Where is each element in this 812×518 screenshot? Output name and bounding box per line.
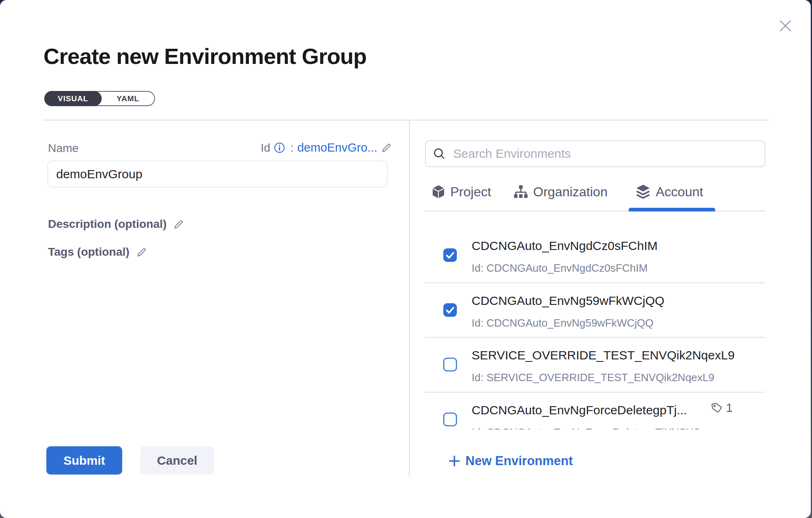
form-actions: Submit Cancel bbox=[46, 446, 214, 475]
cube-icon bbox=[432, 185, 445, 199]
tag-icon bbox=[710, 401, 724, 415]
submit-button[interactable]: Submit bbox=[46, 446, 122, 475]
tag-count-value: 1 bbox=[726, 401, 733, 415]
header-divider bbox=[43, 120, 769, 120]
environment-row[interactable]: CDCNGAuto_EnvNg59wFkWCjQQ Id: CDCNGAuto_… bbox=[425, 283, 765, 338]
environment-id: Id: CDCNGAuto_EnvNgForceDeletegpTjYNSYS bbox=[472, 426, 700, 430]
tag-count: 1 bbox=[711, 401, 733, 415]
edit-tags-icon[interactable] bbox=[136, 247, 147, 258]
entity-id-line: Id : demoEnvGro... bbox=[48, 141, 392, 154]
description-section: Description (optional) bbox=[48, 218, 184, 231]
id-label: Id bbox=[261, 141, 270, 154]
toggle-yaml[interactable]: YAML bbox=[102, 92, 154, 105]
environment-id: Id: CDCNGAuto_EnvNgdCz0sFChIM bbox=[472, 262, 648, 275]
environment-name: SERVICE_OVERRIDE_TEST_ENVQik2NqexL9 bbox=[472, 348, 734, 362]
name-input[interactable]: demoEnvGroup bbox=[48, 161, 388, 187]
cancel-button[interactable]: Cancel bbox=[140, 446, 214, 475]
environment-checkbox[interactable] bbox=[443, 248, 457, 262]
column-divider bbox=[409, 120, 410, 477]
environment-checkbox[interactable] bbox=[443, 357, 457, 372]
environment-name: CDCNGAuto_EnvNg59wFkWCjQQ bbox=[472, 294, 664, 308]
org-chart-icon bbox=[514, 185, 528, 199]
toggle-visual[interactable]: VISUAL bbox=[44, 91, 102, 106]
close-icon[interactable] bbox=[778, 19, 792, 33]
tags-section: Tags (optional) bbox=[48, 245, 147, 259]
edit-id-icon[interactable] bbox=[381, 142, 392, 153]
visual-yaml-toggle: VISUAL YAML bbox=[44, 91, 155, 106]
description-label: Description (optional) bbox=[48, 218, 167, 231]
tab-organization[interactable]: Organization bbox=[514, 184, 607, 200]
environment-name: CDCNGAuto_EnvNgdCz0sFChIM bbox=[472, 239, 657, 253]
environment-checkbox[interactable] bbox=[443, 303, 457, 317]
tab-account[interactable]: Account bbox=[636, 184, 703, 200]
environment-row[interactable]: SERVICE_OVERRIDE_TEST_ENVQik2NqexL9 Id: … bbox=[425, 338, 765, 393]
info-icon[interactable] bbox=[274, 142, 285, 153]
environment-name: CDCNGAuto_EnvNgForceDeletegpTj... bbox=[472, 403, 687, 417]
environment-id: Id: SERVICE_OVERRIDE_TEST_ENVQik2NqexL9 bbox=[472, 371, 714, 384]
new-environment-button[interactable]: New Environment bbox=[449, 454, 573, 468]
environment-row[interactable]: CDCNGAuto_EnvNgdCz0sFChIM Id: CDCNGAuto_… bbox=[425, 228, 765, 283]
page-title: Create new Environment Group bbox=[43, 43, 367, 69]
entity-id-value[interactable]: demoEnvGro... bbox=[297, 141, 377, 154]
id-separator: : bbox=[290, 141, 294, 154]
active-tab-underline bbox=[629, 208, 715, 211]
tab-project[interactable]: Project bbox=[432, 184, 491, 200]
layers-icon bbox=[636, 185, 650, 199]
tags-label: Tags (optional) bbox=[48, 245, 130, 259]
search-environments-input[interactable]: Search Environments bbox=[425, 140, 765, 167]
search-icon bbox=[433, 148, 446, 160]
search-placeholder: Search Environments bbox=[453, 147, 571, 161]
environment-row[interactable]: CDCNGAuto_EnvNgForceDeletegpTj... Id: CD… bbox=[425, 393, 765, 430]
environment-checkbox[interactable] bbox=[443, 412, 457, 427]
edit-description-icon[interactable] bbox=[173, 219, 184, 230]
create-environment-group-modal: Create new Environment Group VISUAL YAML… bbox=[0, 0, 811, 518]
environment-list: CDCNGAuto_EnvNgdCz0sFChIM Id: CDCNGAuto_… bbox=[425, 228, 765, 429]
environment-id: Id: CDCNGAuto_EnvNg59wFkWCjQQ bbox=[472, 317, 654, 329]
plus-icon bbox=[449, 455, 460, 467]
